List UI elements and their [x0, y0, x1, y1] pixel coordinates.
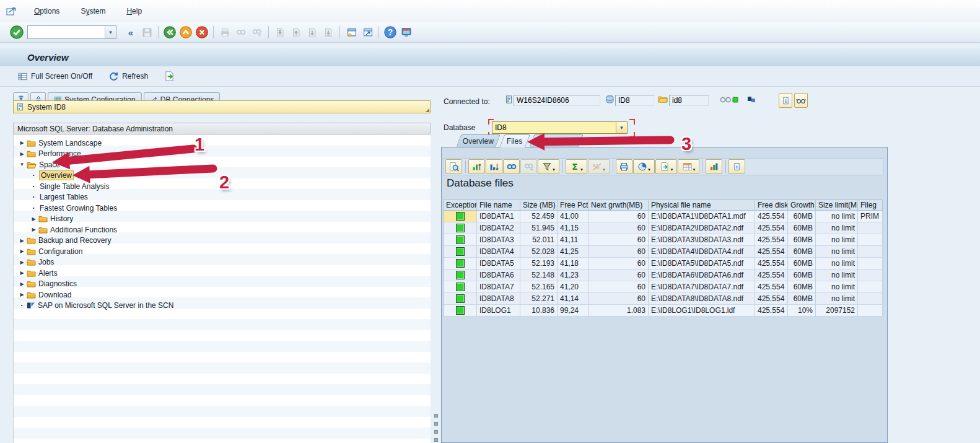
- system-selector[interactable]: System ID8: [13, 100, 431, 113]
- help-button[interactable]: ?: [382, 24, 398, 40]
- splitter-grip[interactable]: [434, 438, 438, 442]
- chevron-collapsed-icon[interactable]: ▶: [19, 292, 25, 297]
- graph-button[interactable]: [706, 159, 722, 174]
- monitor-button[interactable]: [398, 24, 414, 40]
- export-button[interactable]: [164, 71, 175, 82]
- collapse-toolbar-button[interactable]: «: [123, 24, 139, 40]
- exception-cell[interactable]: [444, 234, 477, 246]
- column-header-size-mb-[interactable]: Size (MB): [520, 200, 558, 211]
- table-row[interactable]: ID8DATA251.94541,1560E:\ID8DATA2\ID8DATA…: [444, 222, 883, 234]
- column-header-exception[interactable]: Exception: [444, 200, 477, 211]
- table-row[interactable]: ID8DATA652.14841,2360E:\ID8DATA6\ID8DATA…: [444, 270, 883, 281]
- chevron-collapsed-icon[interactable]: ▶: [30, 216, 37, 222]
- chevron-collapsed-icon[interactable]: ▶: [19, 260, 25, 265]
- exception-cell[interactable]: [444, 258, 477, 270]
- tree-item-largest-tables[interactable]: ·Largest Tables: [14, 192, 431, 203]
- command-field[interactable]: ▼: [27, 25, 116, 39]
- tree-item-fastest-growing-tables[interactable]: ·Fastest Growing Tables: [14, 203, 431, 214]
- column-header-growth[interactable]: Growth: [788, 200, 816, 211]
- exception-cell[interactable]: [444, 211, 477, 222]
- exception-cell[interactable]: [444, 293, 477, 305]
- tree-item-diagnostics[interactable]: ▶Diagnostics: [14, 279, 431, 290]
- exception-cell[interactable]: [444, 270, 477, 281]
- sortdesc-button[interactable]: [486, 159, 502, 174]
- tree-item-space[interactable]: ▼Space: [14, 159, 431, 170]
- layout-button[interactable]: ▾: [678, 159, 699, 174]
- exception-cell[interactable]: [444, 246, 477, 258]
- menu-item-system[interactable]: System: [74, 5, 112, 17]
- database-name-field[interactable]: ID8: [615, 95, 654, 106]
- menu-item-help[interactable]: Help: [120, 5, 148, 17]
- database-dropdown[interactable]: ID8 ▼: [492, 121, 628, 134]
- splitter-grip[interactable]: [434, 414, 438, 418]
- tree-item-jobs[interactable]: ▶Jobs: [14, 257, 431, 268]
- tree-item-backup-and-recovery[interactable]: ▶Backup and Recovery: [14, 235, 431, 247]
- column-header-fileg[interactable]: Fileg: [858, 200, 883, 211]
- exportb-button[interactable]: ▾: [655, 159, 677, 174]
- column-header-free-disk[interactable]: Free disk: [755, 200, 788, 211]
- tree-item-alerts[interactable]: ▶Alerts: [14, 268, 431, 279]
- column-header-free-pct[interactable]: Free Pct: [558, 200, 588, 211]
- exit-button[interactable]: [178, 24, 194, 40]
- tree-item-system-landscape[interactable]: ▶System Landscape: [14, 138, 431, 149]
- chevron-down-icon[interactable]: ▼: [105, 26, 116, 38]
- table-row[interactable]: ID8DATA752.16541,2060E:\ID8DATA7\ID8DATA…: [444, 281, 883, 293]
- chevron-expanded-icon[interactable]: ▼: [19, 162, 25, 167]
- table-row[interactable]: ID8LOG110.83699,241.083E:\ID8LOG1\ID8LOG…: [444, 305, 883, 317]
- column-header-physical-file-name[interactable]: Physical file name: [649, 200, 755, 211]
- infob-button[interactable]: i: [728, 159, 745, 174]
- info-button[interactable]: i: [779, 93, 792, 108]
- column-header-next-grwth-mb-[interactable]: Next grwth(MB): [588, 200, 649, 211]
- tree-item-additional-functions[interactable]: ▶Additional Functions: [14, 224, 431, 235]
- exception-cell[interactable]: [444, 305, 477, 317]
- table-row[interactable]: ID8DATA452.02841,2560E:\ID8DATA4\ID8DATA…: [444, 246, 883, 258]
- tree-item-sap-on-microsoft-sql-server-in-the-scn[interactable]: ·SAP on Microsoft SQL Server in the SCN: [14, 300, 431, 312]
- tree-item-performance[interactable]: ▶Performance: [14, 149, 431, 160]
- chevron-collapsed-icon[interactable]: ▶: [19, 151, 25, 157]
- tree-item-configuration[interactable]: ▶Configuration: [14, 246, 431, 257]
- views-button[interactable]: ▾: [633, 159, 655, 174]
- chevron-collapsed-icon[interactable]: ▶: [19, 281, 25, 287]
- directory-field[interactable]: id8: [669, 95, 709, 106]
- chevron-collapsed-icon[interactable]: ▶: [19, 270, 25, 276]
- refresh-button[interactable]: Refresh: [108, 71, 148, 82]
- tab-hidden[interactable]: [529, 134, 584, 147]
- splitter-grip[interactable]: [434, 422, 438, 426]
- cancel-button[interactable]: [194, 24, 210, 40]
- exception-cell[interactable]: [444, 281, 477, 293]
- exception-cell[interactable]: [444, 222, 477, 234]
- chevron-collapsed-icon[interactable]: ▶: [19, 248, 25, 254]
- chevron-collapsed-icon[interactable]: ▶: [19, 238, 25, 243]
- chevron-collapsed-icon[interactable]: ▶: [30, 227, 37, 232]
- sum-button[interactable]: Σ▾: [566, 159, 587, 174]
- tab-overview[interactable]: Overview: [456, 134, 501, 147]
- sap-session-icon[interactable]: [6, 7, 17, 16]
- command-input[interactable]: [28, 27, 105, 37]
- column-header-file-name[interactable]: File name: [477, 200, 520, 211]
- table-row[interactable]: ID8DATA152.45941,0060E:\ID8DATA1\ID8DATA…: [444, 211, 883, 222]
- enter-button[interactable]: [9, 24, 25, 40]
- back-button[interactable]: [162, 24, 178, 40]
- table-row[interactable]: ID8DATA852.27141,1460E:\ID8DATA8\ID8DATA…: [444, 293, 883, 305]
- printb-button[interactable]: [616, 159, 632, 174]
- newsession-button[interactable]: [343, 24, 359, 40]
- splitter-grip[interactable]: [434, 430, 438, 434]
- table-row[interactable]: ID8DATA352.01141,1160E:\ID8DATA3\ID8DATA…: [444, 234, 883, 246]
- fullscreen-toggle-button[interactable]: Full Screen On/Off: [17, 72, 92, 81]
- filter-button[interactable]: ▾: [538, 159, 559, 174]
- resize-grip[interactable]: [426, 108, 429, 112]
- menu-item-options[interactable]: Options: [28, 5, 66, 17]
- shortcut-button[interactable]: [359, 24, 375, 40]
- alert-config-icon[interactable]: [747, 95, 756, 103]
- column-header-size-limit-mb-[interactable]: Size limit(MB): [816, 200, 858, 211]
- tree-item-download[interactable]: ▶Download: [14, 289, 431, 300]
- glasses-button[interactable]: [794, 93, 808, 108]
- tree-item-history[interactable]: ▶History: [14, 214, 431, 225]
- sortasc-button[interactable]: [468, 159, 485, 174]
- findb-button[interactable]: [503, 159, 520, 174]
- server-field[interactable]: W16S24ID8606: [514, 95, 600, 106]
- chevron-collapsed-icon[interactable]: ▶: [19, 140, 25, 146]
- tab-files[interactable]: Files: [499, 134, 530, 147]
- table-row[interactable]: ID8DATA552.19341,1860E:\ID8DATA5\ID8DATA…: [444, 258, 883, 270]
- magnifier-button[interactable]: [445, 159, 462, 174]
